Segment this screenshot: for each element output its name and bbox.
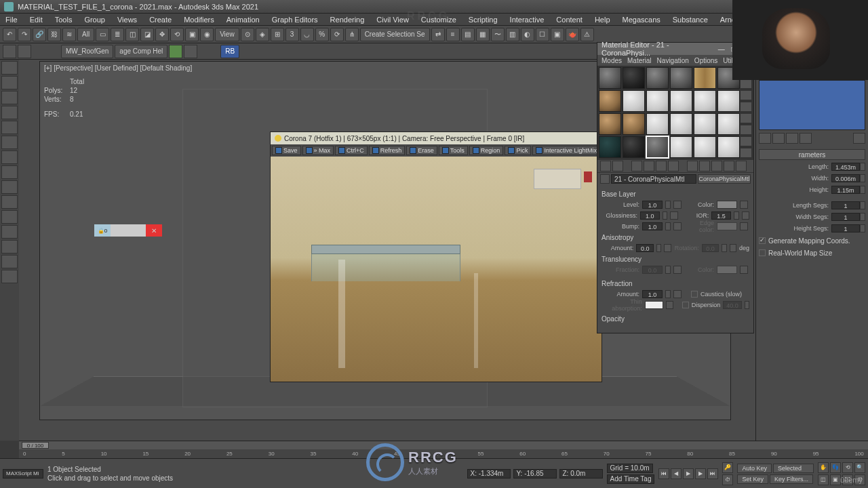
layer-icon[interactable]: ▤ [461,28,475,41]
menu-create[interactable]: Create [146,14,174,25]
slot-tool-8[interactable] [740,148,752,158]
material-slot-3[interactable] [646,67,669,89]
rb-button[interactable]: RB [220,45,239,58]
material-slot-13[interactable] [599,113,621,135]
material-slot-21-selected[interactable] [646,136,669,158]
window-crossing-icon[interactable]: ◪ [140,28,154,41]
close-icon[interactable]: ✕ [146,224,162,237]
play-icon[interactable]: ▶ [683,468,694,479]
put-lib-icon[interactable] [687,161,698,171]
base-color-swatch[interactable] [717,201,737,209]
pivot-icon[interactable]: ⊙ [241,28,254,41]
corona-pick-button[interactable]: Pick [505,146,531,155]
material-name-input[interactable]: 21 - CoronaPhysicalMtl [611,174,696,184]
left-tool-15[interactable] [1,270,18,283]
caustics-checkbox[interactable] [691,291,698,298]
remove-mod-icon[interactable] [800,133,812,144]
left-tool-8[interactable] [1,165,18,179]
material-slot-16[interactable] [670,113,692,135]
redo-icon[interactable]: ↷ [18,28,31,41]
left-tool-10[interactable] [1,195,18,209]
tool2-5[interactable] [184,45,197,58]
menu-group[interactable]: Group [81,14,108,25]
tool2-1[interactable] [3,45,16,58]
left-tool-9[interactable] [1,180,18,194]
x-coord[interactable]: X: -1.334m [467,469,511,479]
pin-stack-icon[interactable] [759,133,771,144]
placement-icon[interactable]: ◉ [200,28,214,41]
left-tool-1[interactable] [1,61,18,75]
real-world-checkbox[interactable] [759,249,766,256]
material-slot-20[interactable] [623,136,645,158]
safeframe-widget[interactable]: 🔒0 ✕ [94,224,162,237]
slot-tool-7[interactable] [740,136,752,146]
menu-views[interactable]: Views [115,14,140,25]
material-editor-titlebar[interactable]: Material Editor - 21 - CoronaPhysi... — … [597,43,753,55]
level-map-slot[interactable] [673,201,682,209]
me-menu-modes[interactable]: Modes [601,57,622,64]
skeleton-icon[interactable]: ⋔ [345,28,359,41]
spinner-icon[interactable]: ⟳ [330,28,344,41]
key-icon[interactable]: ⊞ [271,28,284,41]
corona-refresh-button[interactable]: Refresh [369,146,406,155]
rect-select-icon[interactable]: ◫ [125,28,139,41]
key-mode-icon[interactable]: 🔑 [722,462,733,473]
menu-modifiers[interactable]: Modifiers [181,14,217,25]
show-map-icon[interactable] [711,161,722,171]
material-slot-7[interactable] [599,90,621,112]
corona-tools-button[interactable]: Tools [439,146,468,155]
z-coord[interactable]: Z: 0.0m [559,469,603,479]
link-icon[interactable]: 🔗 [33,28,46,41]
edge-color-swatch[interactable] [717,222,737,230]
unlink-icon[interactable]: ⛓ [47,28,61,41]
material-type-button[interactable]: CoronaPhysicalMtl [698,174,751,184]
goto-end-icon[interactable]: ⏭ [707,468,718,479]
anglesnap-icon[interactable]: ◡ [300,28,314,41]
level-spinner[interactable]: 1.0 [642,201,663,209]
material-slot-2[interactable] [623,67,645,89]
menu-graph-editors[interactable]: Graph Editors [269,14,321,25]
zoom-all-icon[interactable]: ▣ [830,474,841,485]
pan-icon[interactable]: ✋ [818,462,829,473]
selected-dropdown[interactable]: Selected [773,464,814,473]
time-config-icon[interactable]: ⏱ [722,474,733,485]
material-slot-24[interactable] [717,136,740,158]
hsegs-spinner[interactable]: 1 [831,224,860,232]
renderframe-icon[interactable]: ▣ [551,28,564,41]
pick-icon[interactable] [600,174,610,184]
schematic-icon[interactable]: ▥ [506,28,519,41]
material-slot-23[interactable] [694,136,716,158]
color-map-slot[interactable] [740,201,748,209]
menu-customize[interactable]: Customize [418,14,459,25]
curve-icon[interactable]: 〜 [491,28,505,41]
menu-edit[interactable]: Edit [27,14,45,25]
material-slot-19[interactable] [599,136,621,158]
zoom-icon[interactable]: 🔍 [854,462,865,473]
corona-region-button[interactable]: Region [469,146,504,155]
length-spinner[interactable]: 1.453m [831,163,860,171]
corona-title[interactable]: Corona 7 (Hotfix 1) | 673×505px (1:1) | … [271,132,601,144]
trans-frac-spinner[interactable]: 0.0 [642,266,663,274]
selection-set-dropdown[interactable]: Create Selection Se [360,28,430,41]
dispersion-checkbox[interactable] [682,302,688,308]
viewport-label[interactable]: [+] [Perspective] [User Defined] [Defaul… [44,64,192,72]
menu-megascans[interactable]: Megascans [620,14,663,25]
coordsys-dropdown[interactable]: View [215,28,239,41]
slot-tool-5[interactable] [740,113,752,123]
make-copy-icon[interactable] [656,161,667,171]
material-slot-8[interactable] [623,90,645,112]
material-slot-5[interactable] [694,67,716,89]
left-tool-5[interactable] [1,121,18,134]
corona-interactive-lightmix-button[interactable]: Interactive LightMix [532,146,600,155]
material-slot-15[interactable] [646,113,669,135]
material-slot-1[interactable] [599,67,621,89]
configure-icon[interactable] [853,133,865,144]
add-time-tag[interactable]: Add Time Tag [607,474,655,484]
bind-icon[interactable]: ≋ [62,28,76,41]
material-slot-22[interactable] [670,136,692,158]
ior-spinner[interactable]: 1.5 [711,211,731,220]
menu-substance[interactable]: Substance [670,14,711,25]
bump-spinner[interactable]: 1.0 [642,222,663,230]
go-parent-icon[interactable] [736,161,747,171]
material-slot-14[interactable] [623,113,645,135]
